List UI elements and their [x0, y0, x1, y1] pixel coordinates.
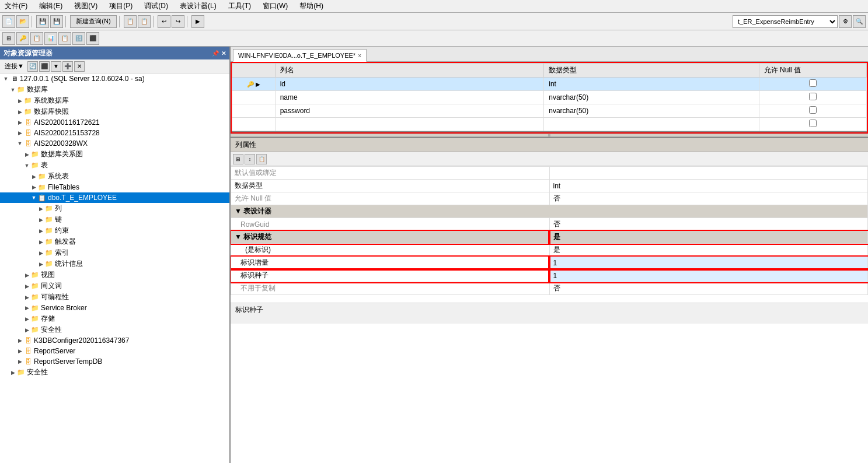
null-checkbox-0[interactable] [809, 79, 817, 87]
tb2-btn6[interactable]: 🔢 [72, 32, 85, 45]
tables-toggle[interactable]: ▼ [23, 162, 30, 169]
tree-tables[interactable]: ▼ 📁 表 [0, 160, 229, 171]
tree-ais3[interactable]: ▼ 🗄 AIS20200328WX [0, 138, 229, 149]
table-row[interactable]: name nvarchar(50) [232, 91, 867, 104]
tree-programmability[interactable]: ▶ 📁 可编程性 [0, 292, 229, 303]
tree-k3db[interactable]: ▶ 🗄 K3DBConfiger2020116347367 [0, 335, 229, 346]
save-all-btn[interactable]: 💾 [50, 15, 63, 28]
null-checkbox-2[interactable] [809, 106, 817, 114]
refresh-btn[interactable]: 🔄 [27, 61, 38, 72]
stor-toggle[interactable]: ▶ [23, 315, 30, 322]
tree-container[interactable]: ▼ 🖥 127.0.0.1 (SQL Server 12.0.6024.0 - … [0, 73, 229, 463]
tree-stats[interactable]: ▶ 📁 统计信息 [0, 258, 229, 269]
tab-close-btn[interactable]: × [358, 52, 361, 59]
ais3-toggle[interactable]: ▼ [16, 140, 23, 147]
server-toggle[interactable]: ▼ [2, 75, 9, 82]
trg-toggle[interactable]: ▶ [37, 238, 44, 245]
prop-val[interactable]: int [549, 180, 868, 192]
sb-toggle[interactable]: ▶ [23, 304, 30, 311]
copy-btn[interactable]: 📋 [124, 15, 137, 28]
con-toggle[interactable]: ▶ [37, 227, 44, 234]
tree-db-diagram[interactable]: ▶ 📁 数据库关系图 [0, 149, 229, 160]
secdb-toggle[interactable]: ▶ [23, 327, 30, 334]
ais2-toggle[interactable]: ▶ [16, 129, 23, 136]
tree-views[interactable]: ▶ 📁 视图 [0, 269, 229, 280]
tb2-btn5[interactable]: 📋 [58, 32, 71, 45]
tree-databases[interactable]: ▼ 📁 数据库 [0, 84, 229, 95]
menu-table-designer[interactable]: 表设计器(L) [177, 1, 219, 12]
db-toggle[interactable]: ▼ [9, 86, 16, 93]
systbl-toggle[interactable]: ▶ [30, 173, 37, 180]
null-checkbox-3[interactable] [809, 120, 817, 127]
menu-edit[interactable]: 编辑(E) [37, 1, 65, 12]
tree-constraints[interactable]: ▶ 📁 约束 [0, 225, 229, 236]
col-toggle[interactable]: ▶ [37, 205, 44, 212]
prop-val[interactable]: 否 [549, 282, 868, 295]
table-row[interactable]: 🔑 ▶ id int [232, 78, 867, 91]
tree-triggers[interactable]: ▶ 📁 触发器 [0, 236, 229, 247]
row-col-name2[interactable]: name [275, 91, 544, 104]
menu-view[interactable]: 视图(V) [72, 1, 100, 12]
prop-val-seed[interactable]: 1 [549, 269, 868, 282]
paste-btn[interactable]: 📋 [138, 15, 151, 28]
filter-tree-btn[interactable]: ▼ [51, 61, 61, 72]
ais1-toggle[interactable]: ▶ [16, 119, 23, 126]
tree-reportservertempdb[interactable]: ▶ 🗄 ReportServerTempDB [0, 356, 229, 367]
view-toggle[interactable]: ▶ [23, 272, 30, 279]
null-checkbox-1[interactable] [809, 93, 817, 100]
menu-debug[interactable]: 调试(D) [142, 1, 170, 12]
row-col-name3[interactable]: password [275, 104, 544, 118]
table-row[interactable]: password nvarchar(50) [232, 104, 867, 118]
tab-employee[interactable]: WIN-LFNFVIE0DA...o.T_E_EMPLOYEE* × [233, 49, 367, 62]
key-toggle[interactable]: ▶ [37, 216, 44, 223]
new-tree-btn[interactable]: ➕ [62, 61, 73, 72]
stop-btn[interactable]: ⬛ [39, 61, 50, 72]
save-btn[interactable]: 💾 [36, 15, 49, 28]
tb2-btn4[interactable]: 📊 [44, 32, 57, 45]
filter-btn[interactable]: 🔍 [853, 15, 866, 28]
new-btn[interactable]: 📄 [2, 15, 15, 28]
props-btn2[interactable]: ↕ [245, 154, 255, 164]
tree-keys[interactable]: ▶ 📁 键 [0, 214, 229, 225]
tree-filetables[interactable]: ▶ 📁 FileTables [0, 182, 229, 192]
tree-storage[interactable]: ▶ 📁 存储 [0, 313, 229, 324]
row-col-name4[interactable] [275, 118, 544, 131]
undo-btn[interactable]: ↩ [158, 15, 170, 28]
close-icon[interactable]: ✕ [221, 50, 226, 57]
rs-toggle[interactable]: ▶ [16, 348, 23, 355]
sysdb-toggle[interactable]: ▶ [16, 97, 23, 104]
diag-toggle[interactable]: ▶ [23, 151, 30, 158]
section-identity-toggle[interactable]: ▼ [235, 233, 242, 241]
run-btn[interactable]: ▶ [191, 15, 204, 28]
tree-sys-tables[interactable]: ▶ 📁 系统表 [0, 171, 229, 182]
emp-toggle[interactable]: ▼ [30, 194, 37, 201]
new-query-btn[interactable]: 新建查询(N) [70, 15, 117, 28]
prog-toggle[interactable]: ▶ [23, 294, 30, 301]
table-row[interactable] [232, 118, 867, 131]
tree-reportserver[interactable]: ▶ 🗄 ReportServer [0, 346, 229, 356]
del-tree-btn[interactable]: ✕ [74, 61, 85, 72]
snap-toggle[interactable]: ▶ [16, 108, 23, 115]
menu-file[interactable]: 文件(F) [2, 1, 30, 12]
row-col-name[interactable]: id [275, 78, 544, 91]
tree-employee-table[interactable]: ▼ 📋 dbo.T_E_EMPLOYEE [0, 192, 229, 203]
menu-help[interactable]: 帮助(H) [297, 1, 326, 12]
prop-val[interactable] [549, 167, 868, 180]
ft-toggle[interactable]: ▶ [30, 184, 37, 191]
redo-btn[interactable]: ↪ [172, 15, 184, 28]
tree-security-server[interactable]: ▶ 📁 安全性 [0, 367, 229, 378]
tree-server-node[interactable]: ▼ 🖥 127.0.0.1 (SQL Server 12.0.6024.0 - … [0, 73, 229, 84]
prop-val[interactable]: 否 [549, 192, 868, 205]
database-dropdown[interactable]: t_ER_ExpenseReimbEntry [733, 15, 838, 28]
pin-icon[interactable]: 📌 [212, 50, 219, 57]
section-toggle[interactable]: ▼ [235, 207, 242, 215]
tb2-btn7[interactable]: ⬛ [86, 32, 99, 45]
tree-ais1[interactable]: ▶ 🗄 AIS20200116172621 [0, 117, 229, 128]
menu-project[interactable]: 项目(P) [107, 1, 135, 12]
tree-db-snapshot[interactable]: ▶ 📁 数据库快照 [0, 106, 229, 117]
props-tab[interactable]: 列属性 [231, 138, 868, 152]
k3db-toggle[interactable]: ▶ [16, 337, 23, 344]
prop-val-increment[interactable]: 1 [549, 257, 868, 269]
prop-val[interactable]: 否 [549, 218, 868, 231]
open-btn[interactable]: 📂 [16, 15, 29, 28]
